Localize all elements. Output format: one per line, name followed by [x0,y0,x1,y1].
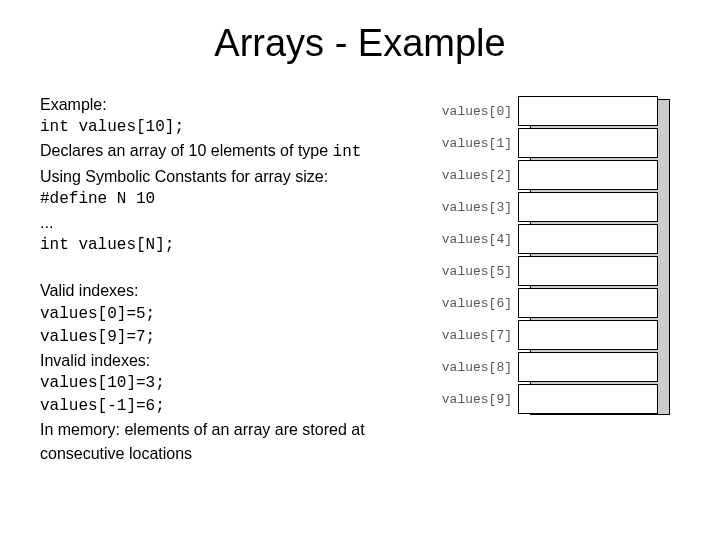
diagram-row: values[9] [440,383,672,415]
cell-box [518,320,658,350]
cell-label: values[6] [440,296,518,311]
slide-title: Arrays - Example [0,22,720,65]
array-diagram: values[0] values[1] values[2] values[3] … [440,93,672,415]
cell-box [518,96,658,126]
diagram-row: values[3] [440,191,672,223]
cell-box [518,128,658,158]
diagram-row: values[2] [440,159,672,191]
code-valid-2: values[9]=7; [40,326,430,349]
code-invalid-1: values[10]=3; [40,372,430,395]
diagram-rows: values[0] values[1] values[2] values[3] … [440,95,672,415]
cell-box [518,256,658,286]
example-label: Example: [40,93,430,116]
code-valid-1: values[0]=5; [40,303,430,326]
cell-box [518,224,658,254]
cell-label: values[3] [440,200,518,215]
code-define: #define N 10 [40,188,430,211]
example-block: Example: int values[10]; Declares an arr… [40,93,430,257]
cell-box [518,288,658,318]
invalid-indexes-label: Invalid indexes: [40,349,430,372]
diagram-row: values[8] [440,351,672,383]
diagram-row: values[0] [440,95,672,127]
code-declaration: int values[10]; [40,116,430,139]
declares-text-part: Declares an array of 10 elements of type [40,142,333,159]
valid-indexes-label: Valid indexes: [40,279,430,302]
cell-box [518,192,658,222]
code-declaration-n: int values[N]; [40,234,430,257]
cell-box [518,384,658,414]
ellipsis: ... [40,211,430,234]
text-column: Example: int values[10]; Declares an arr… [40,93,430,465]
diagram-row: values[7] [440,319,672,351]
cell-label: values[4] [440,232,518,247]
symbolic-constants-text: Using Symbolic Constants for array size: [40,165,430,188]
cell-label: values[1] [440,136,518,151]
indexes-block: Valid indexes: values[0]=5; values[9]=7;… [40,279,430,465]
slide-content: Example: int values[10]; Declares an arr… [0,93,720,465]
code-invalid-2: values[-1]=6; [40,395,430,418]
diagram-row: values[5] [440,255,672,287]
diagram-row: values[6] [440,287,672,319]
cell-label: values[9] [440,392,518,407]
diagram-row: values[1] [440,127,672,159]
diagram-column: values[0] values[1] values[2] values[3] … [430,93,680,465]
cell-label: values[2] [440,168,518,183]
cell-label: values[7] [440,328,518,343]
cell-label: values[5] [440,264,518,279]
type-int: int [333,143,362,161]
cell-box [518,352,658,382]
cell-box [518,160,658,190]
diagram-row: values[4] [440,223,672,255]
memory-text: In memory: elements of an array are stor… [40,418,430,464]
cell-label: values[0] [440,104,518,119]
declares-text: Declares an array of 10 elements of type… [40,139,430,164]
cell-label: values[8] [440,360,518,375]
